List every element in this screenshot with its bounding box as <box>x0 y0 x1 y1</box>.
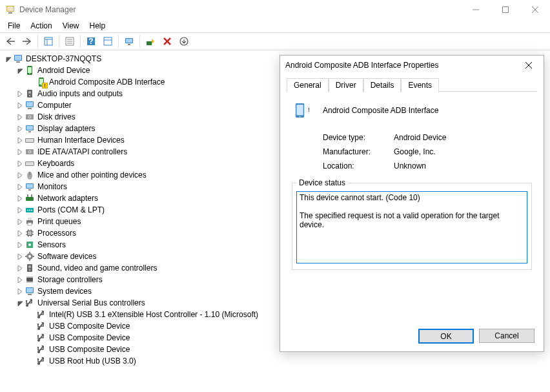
expand-icon[interactable] <box>15 149 25 155</box>
app-icon <box>5 5 15 15</box>
warning-badge-icon: ! <box>308 107 314 114</box>
expand-icon[interactable] <box>15 126 25 132</box>
computer-icon <box>25 100 35 110</box>
scan-hardware-button[interactable] <box>121 34 137 49</box>
menu-help[interactable]: Help <box>85 20 111 32</box>
tree-root-label: DESKTOP-37NQQTS <box>26 54 101 63</box>
disable-device-button[interactable] <box>176 34 192 49</box>
expand-icon[interactable] <box>15 184 25 190</box>
window-title: Device Manager <box>19 5 461 14</box>
disk-icon <box>25 112 35 122</box>
cancel-button[interactable]: Cancel <box>479 329 535 343</box>
dialog-title: Android Composite ADB Interface Properti… <box>285 61 519 70</box>
tab-driver[interactable]: Driver <box>329 78 363 92</box>
expand-icon[interactable] <box>15 219 25 225</box>
printer-icon <box>25 216 35 227</box>
tree-label: System devices <box>37 287 92 296</box>
cpu-icon <box>25 228 35 238</box>
show-hide-tree-button[interactable] <box>41 34 56 49</box>
tab-general[interactable]: General <box>287 78 329 92</box>
usb-icon <box>36 344 46 355</box>
device-name: Android Composite ADB Interface <box>323 106 438 115</box>
keyboard-icon <box>25 158 35 169</box>
tree-label: Android Device <box>37 66 90 75</box>
minimize-button[interactable] <box>461 0 491 19</box>
expand-icon[interactable] <box>15 161 25 167</box>
tree-label: Universal Serial Bus controllers <box>37 298 145 307</box>
device-status-legend: Device status <box>296 178 348 187</box>
menu-action[interactable]: Action <box>25 20 57 32</box>
expand-icon[interactable] <box>15 242 25 248</box>
expand-icon[interactable] <box>15 289 25 294</box>
monitor-icon <box>25 123 35 134</box>
hid-icon <box>25 135 35 145</box>
dialog-close-button[interactable] <box>519 56 538 75</box>
tree-label: Storage controllers <box>37 275 103 284</box>
tree-label: Android Composite ADB Interface <box>49 77 165 87</box>
device-status-text[interactable] <box>296 191 527 263</box>
expand-icon[interactable] <box>15 114 25 120</box>
device-type-value: Android Device <box>394 133 446 142</box>
tree-label: IDE ATA/ATAPI controllers <box>37 147 127 156</box>
nav-back-button[interactable] <box>3 34 18 49</box>
speaker-icon <box>25 263 35 273</box>
svg-rect-84 <box>147 41 152 45</box>
properties-button[interactable] <box>62 34 77 49</box>
device-large-icon: ! <box>292 99 314 121</box>
manufacturer-value: Google, Inc. <box>394 147 436 156</box>
expand-icon[interactable] <box>15 196 25 201</box>
menubar: File Action View Help <box>0 19 550 32</box>
menu-view[interactable]: View <box>57 20 85 32</box>
tree-item-usb-roothub[interactable]: USB Root Hub (USB 3.0) <box>4 355 550 367</box>
help-button[interactable]: ? <box>83 34 99 49</box>
android-icon: ! <box>36 77 46 87</box>
expand-icon[interactable] <box>15 265 25 271</box>
tree-label: Ports (COM & LPT) <box>37 205 105 214</box>
expand-icon[interactable] <box>15 231 25 236</box>
dialog-titlebar[interactable]: Android Composite ADB Interface Properti… <box>280 56 544 75</box>
tree-label: Sensors <box>37 240 66 249</box>
toolbar-separator <box>139 35 140 48</box>
uninstall-device-button[interactable] <box>159 34 175 49</box>
ide-icon <box>25 147 35 157</box>
tree-label: Keyboards <box>37 159 74 168</box>
maximize-button[interactable] <box>491 0 520 19</box>
tree-label: Human Interface Devices <box>37 136 125 145</box>
tab-events[interactable]: Events <box>401 78 439 92</box>
toolbar-separator <box>37 35 38 48</box>
location-value: Unknown <box>394 161 426 170</box>
tree-label: USB Composite Device <box>49 322 130 331</box>
tree-label: Display adapters <box>37 124 95 133</box>
tree-label: Mice and other pointing devices <box>37 170 147 180</box>
svg-rect-73 <box>45 37 52 45</box>
expand-icon[interactable] <box>15 254 25 260</box>
expand-icon[interactable] <box>15 91 25 97</box>
expand-icon[interactable] <box>15 103 25 108</box>
expand-icon[interactable] <box>4 56 13 62</box>
ok-button[interactable]: OK <box>418 329 474 344</box>
warning-badge-icon: ! <box>42 83 48 88</box>
expand-icon[interactable] <box>15 68 25 74</box>
window-controls <box>461 0 550 19</box>
svg-rect-82 <box>104 37 112 45</box>
tree-label: Sound, video and game controllers <box>37 263 157 273</box>
expand-icon[interactable] <box>15 300 25 306</box>
tab-details[interactable]: Details <box>363 78 402 92</box>
action-button[interactable] <box>100 34 116 49</box>
close-button[interactable] <box>520 0 550 19</box>
expand-icon[interactable] <box>15 138 25 143</box>
monitor-icon <box>25 181 35 192</box>
expand-icon[interactable] <box>15 172 25 178</box>
expand-icon[interactable] <box>15 207 25 213</box>
tree-label: USB Composite Device <box>49 333 130 342</box>
nav-forward-button[interactable] <box>19 34 35 49</box>
usb-icon <box>25 298 35 308</box>
menu-file[interactable]: File <box>3 20 25 32</box>
location-label: Location: <box>323 161 394 170</box>
update-driver-button[interactable] <box>143 34 158 49</box>
tree-label: USB Root Hub (USB 3.0) <box>49 356 136 366</box>
usb-icon <box>36 321 46 331</box>
manufacturer-label: Manufacturer: <box>323 147 394 156</box>
device-type-label: Device type: <box>323 133 394 142</box>
expand-icon[interactable] <box>15 277 25 283</box>
